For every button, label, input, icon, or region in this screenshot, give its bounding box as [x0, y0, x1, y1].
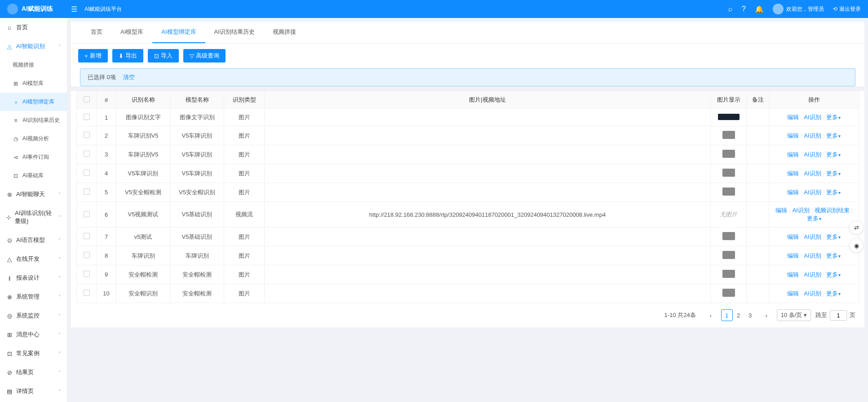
- row-checkbox[interactable]: [84, 271, 90, 277]
- more-link[interactable]: 更多▾: [826, 290, 841, 297]
- ai-link[interactable]: AI识别: [804, 290, 821, 297]
- more-link[interactable]: 更多▾: [826, 151, 841, 158]
- menu-collapse-icon[interactable]: ☰: [71, 5, 77, 13]
- row-checkbox[interactable]: [84, 114, 90, 120]
- sidebar-item-0[interactable]: ⌂首页: [0, 18, 67, 37]
- sidebar-item-8[interactable]: ⊡AI基础库: [0, 166, 67, 185]
- ai-link[interactable]: AI识别: [804, 170, 821, 177]
- sidebar-item-13[interactable]: ⫿报表设计˅: [0, 268, 67, 287]
- tab-3[interactable]: AI识别结果历史: [205, 22, 264, 43]
- more-link[interactable]: 更多▾: [826, 271, 841, 278]
- more-link[interactable]: 更多▾: [826, 132, 841, 139]
- chevron-down-icon: ▾: [838, 115, 841, 120]
- sidebar-item-14[interactable]: ⊗系统管理˅: [0, 287, 67, 306]
- sidebar-item-12[interactable]: △在线开发˅: [0, 250, 67, 268]
- sidebar-item-16[interactable]: ⊞消息中心˅: [0, 325, 67, 344]
- page-jump-input[interactable]: [830, 310, 847, 321]
- edit-link[interactable]: 编辑: [787, 189, 799, 196]
- thumbnail[interactable]: [722, 251, 735, 259]
- assistant-button[interactable]: ◉: [849, 238, 864, 253]
- select-all-checkbox[interactable]: [84, 96, 90, 103]
- row-checkbox[interactable]: [84, 170, 90, 176]
- row-checkbox[interactable]: [84, 211, 90, 217]
- ai-link[interactable]: AI识别: [804, 114, 821, 121]
- search-icon[interactable]: ⌕: [728, 5, 733, 13]
- sidebar-item-3[interactable]: ⊞AI模型库: [0, 74, 67, 93]
- bell-icon[interactable]: 🔔: [755, 5, 764, 13]
- edit-link[interactable]: 编辑: [787, 132, 799, 139]
- row-checkbox[interactable]: [84, 151, 90, 157]
- thumbnail[interactable]: [718, 114, 740, 120]
- edit-link[interactable]: 编辑: [787, 151, 799, 158]
- thumbnail[interactable]: [722, 150, 735, 158]
- edit-link[interactable]: 编辑: [787, 271, 799, 278]
- more-link[interactable]: 更多▾: [826, 114, 841, 121]
- add-button[interactable]: +新增: [78, 49, 108, 63]
- user-area[interactable]: 欢迎您，管理员: [773, 4, 824, 14]
- sidebar-item-4[interactable]: ⟐AI模型绑定库: [0, 93, 67, 111]
- page-3[interactable]: 3: [744, 309, 756, 321]
- export-button[interactable]: ⬇导出: [112, 49, 143, 63]
- ai-link[interactable]: AI识别: [804, 271, 821, 278]
- clear-selection[interactable]: 清空: [123, 73, 135, 81]
- advanced-search-button[interactable]: ▽高级查询: [183, 49, 226, 63]
- edit-link[interactable]: 编辑: [787, 114, 799, 121]
- ai-link[interactable]: AI识别: [804, 189, 821, 196]
- sidebar-item-18[interactable]: ⊘结果页˅: [0, 363, 67, 382]
- page-1[interactable]: 1: [721, 309, 733, 321]
- sidebar-item-5[interactable]: ≡AI识别结果历史: [0, 111, 67, 130]
- help-icon[interactable]: ?: [742, 5, 746, 13]
- sidebar-item-9[interactable]: ⊛AI智能聊天˅: [0, 185, 67, 204]
- sidebar-item-2[interactable]: 视频拼接: [0, 56, 67, 74]
- thumbnail[interactable]: [722, 232, 735, 240]
- ai-link[interactable]: AI识别: [804, 151, 821, 158]
- video-end-link[interactable]: 视频识别结束: [815, 207, 850, 214]
- more-link[interactable]: 更多▾: [807, 215, 821, 222]
- ai-link[interactable]: AI识别: [793, 207, 810, 214]
- thumbnail[interactable]: [722, 169, 735, 177]
- page-size-select[interactable]: 10 条/页 ▾: [777, 309, 811, 321]
- next-page[interactable]: ›: [761, 309, 772, 321]
- prev-page[interactable]: ‹: [705, 309, 717, 321]
- sidebar-item-19[interactable]: ▤详情页˅: [0, 382, 67, 401]
- more-link[interactable]: 更多▾: [826, 170, 841, 177]
- ai-link[interactable]: AI识别: [804, 132, 821, 139]
- thumbnail[interactable]: [722, 289, 735, 297]
- row-checkbox[interactable]: [84, 233, 90, 239]
- sidebar-item-10[interactable]: ⊹AI训练识别(轻量级)˅: [0, 204, 67, 231]
- logout-button[interactable]: ⟲ 退出登录: [833, 5, 861, 13]
- thumbnail[interactable]: [722, 270, 735, 278]
- sidebar-item-11[interactable]: ⊙AI语言模型˅: [0, 231, 67, 250]
- edit-link[interactable]: 编辑: [775, 207, 787, 214]
- cell-image: [711, 109, 747, 126]
- thumbnail[interactable]: [722, 131, 735, 139]
- edit-link[interactable]: 编辑: [787, 233, 799, 240]
- edit-link[interactable]: 编辑: [787, 170, 799, 177]
- more-link[interactable]: 更多▾: [826, 189, 841, 196]
- tab-2[interactable]: AI模型绑定库: [152, 22, 205, 43]
- ai-link[interactable]: AI识别: [804, 252, 821, 259]
- tab-0[interactable]: 首页: [82, 22, 111, 43]
- sidebar-item-7[interactable]: ⊲AI事件订阅: [0, 148, 67, 166]
- tab-4[interactable]: 视频拼接: [264, 22, 305, 43]
- sidebar-item-17[interactable]: ⊡常见案例˅: [0, 344, 67, 363]
- ai-link[interactable]: AI识别: [804, 233, 821, 240]
- sidebar-item-6[interactable]: ◷AI视频分析: [0, 130, 67, 148]
- cell-index: 8: [97, 246, 116, 265]
- import-button[interactable]: ⊡导入: [148, 49, 179, 63]
- thumbnail[interactable]: [722, 188, 735, 196]
- more-link[interactable]: 更多▾: [826, 233, 841, 240]
- translate-button[interactable]: ⇄: [849, 220, 864, 235]
- sidebar-item-1[interactable]: △AI智能识别˄: [0, 37, 67, 56]
- row-checkbox[interactable]: [84, 188, 90, 195]
- more-link[interactable]: 更多▾: [826, 252, 841, 259]
- edit-link[interactable]: 编辑: [787, 252, 799, 259]
- cell-image: [711, 126, 747, 145]
- page-2[interactable]: 2: [733, 309, 744, 321]
- row-checkbox[interactable]: [84, 290, 90, 296]
- row-checkbox[interactable]: [84, 132, 90, 138]
- sidebar-item-15[interactable]: ◎系统监控˅: [0, 306, 67, 325]
- tab-1[interactable]: AI模型库: [111, 22, 152, 43]
- edit-link[interactable]: 编辑: [787, 290, 799, 297]
- row-checkbox[interactable]: [84, 252, 90, 258]
